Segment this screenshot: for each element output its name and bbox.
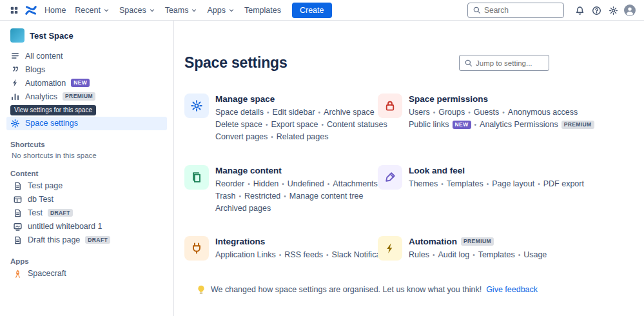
nav-item-recent[interactable]: Recent [70,3,115,17]
badge-new: NEW [453,121,471,129]
tree-item-draft-this-page[interactable]: Draft this page DRAFT [6,233,167,247]
space-name: Test Space [30,31,73,41]
link-application-links[interactable]: Application Links [215,250,276,259]
settings-link-row: Archived pages [215,202,378,214]
nav-item-teams[interactable]: Teams [161,3,203,17]
settings-button[interactable] [605,3,621,18]
link-edit-sidebar[interactable]: Edit sidebar [273,108,315,117]
link-archive-space[interactable]: Archive space [324,108,375,117]
link-anonymous-access[interactable]: Anonymous access [508,108,578,117]
settings-link-row: Delete space•Export space•Content status… [215,119,387,131]
link-audit-log[interactable]: Audit log [438,250,469,259]
sidebar-item-label: Space settings [25,119,78,128]
app-switcher-button[interactable] [6,3,22,18]
section-title: Automation [409,237,457,246]
link-page-layout[interactable]: Page layout [492,179,534,188]
link-pdf-export[interactable]: PDF export [543,179,584,188]
page-title: Space settings [184,54,288,72]
notifications-button[interactable] [572,3,587,18]
link-rules[interactable]: Rules [409,250,429,259]
sidebar-item-automation[interactable]: Automation NEW [6,76,167,90]
jump-to-setting-search[interactable] [459,55,549,71]
app-item-spacecraft[interactable]: Spacecraft [6,267,167,281]
settings-link-row: Application Links•RSS feeds•Slack Notifi… [215,249,398,261]
link-groups[interactable]: Groups [438,108,465,117]
sidebar-item-analytics[interactable]: Analytics PREMIUM [6,90,167,103]
create-button[interactable]: Create [292,3,332,18]
nav-item-label: Templates [244,6,281,15]
shortcuts-section: Shortcuts No shortcuts in this space [6,139,167,159]
link-attachments[interactable]: Attachments [333,179,377,188]
link-usage[interactable]: Usage [523,250,547,259]
nav-item-spaces[interactable]: Spaces [115,3,161,17]
whiteboard-icon [13,222,23,232]
section-integrations: Integrations Application Links•RSS feeds… [184,236,378,261]
content-heading[interactable]: Content [6,168,167,179]
separator: • [284,193,286,200]
chevron-down-icon [102,6,110,14]
avatar[interactable] [622,3,638,18]
separator: • [502,109,505,116]
apps-section: Apps Spacecraft [6,255,167,281]
tree-item-test-page[interactable]: Test page [6,179,167,193]
link-templates[interactable]: Templates [447,179,483,188]
tree-item-label: Draft this page [28,235,80,244]
link-space-details[interactable]: Space details [215,108,264,117]
link-related-pages[interactable]: Related pages [277,132,329,141]
link-templates[interactable]: Templates [478,250,515,259]
link-restricted[interactable]: Restricted [244,192,280,201]
help-icon [592,6,601,15]
link-analytics-permissions[interactable]: Analytics Permissions [480,120,558,129]
separator: • [518,252,521,259]
link-archived-pages[interactable]: Archived pages [215,204,271,213]
give-feedback-link[interactable]: Give feedback [486,285,538,294]
link-export-space[interactable]: Export space [271,120,318,129]
global-search-input[interactable] [484,6,559,15]
link-trash[interactable]: Trash [215,192,236,201]
tree-item-label: untitled whiteboard 1 [28,222,102,231]
link-manage-content-tree[interactable]: Manage content tree [289,192,364,201]
link-reorder[interactable]: Reorder [215,179,244,188]
shortcuts-heading[interactable]: Shortcuts [6,139,167,150]
link-public-links[interactable]: Public links [409,120,449,129]
apps-heading[interactable]: Apps [6,255,167,267]
link-guests[interactable]: Guests [474,108,500,117]
separator: • [318,109,321,116]
space-avatar [10,28,24,43]
sidebar-nav: All content Blogs Automation NEW [6,49,167,103]
sidebar-item-space-settings[interactable]: Space settings [6,117,167,130]
chevron-down-icon [148,6,156,14]
separator: • [468,109,471,116]
sidebar-item-all-content[interactable]: All content [6,49,167,63]
space-settings-main: Space settings Manage space Space detail… [174,21,644,316]
tree-item-label: db Test [28,195,54,204]
link-convert-pages[interactable]: Convert pages [215,132,268,141]
blog-icon [10,64,20,74]
nav-item-home[interactable]: Home [40,3,70,17]
gear-icon [10,119,20,128]
tree-item-untitled-whiteboard-1[interactable]: untitled whiteboard 1 [6,220,167,233]
tree-item-db-test[interactable]: db Test [6,193,167,206]
sidebar-item-label: All content [25,52,63,61]
draft-badge: DRAFT [85,236,110,244]
tree-item-test[interactable]: Test DRAFT [6,206,167,220]
space-header[interactable]: Test Space [6,26,167,49]
link-hidden[interactable]: Hidden [253,179,279,188]
jump-to-setting-input[interactable] [476,59,544,67]
spacecraft-icon [13,269,23,279]
analytics-icon [10,92,20,101]
link-rss-feeds[interactable]: RSS feeds [284,250,323,259]
content-icon [10,51,20,61]
sidebar-item-label: Blogs [25,65,45,74]
help-button[interactable] [589,3,604,18]
separator: • [282,181,284,188]
link-themes[interactable]: Themes [409,179,438,188]
link-users[interactable]: Users [409,108,430,117]
global-search[interactable] [467,3,564,18]
link-delete-space[interactable]: Delete space [215,120,262,129]
sidebar-item-blogs[interactable]: Blogs [6,63,167,76]
separator: • [473,252,475,259]
nav-item-templates[interactable]: Templates [240,3,286,17]
link-undefined[interactable]: Undefined [288,179,324,188]
nav-item-apps[interactable]: Apps [202,3,240,17]
